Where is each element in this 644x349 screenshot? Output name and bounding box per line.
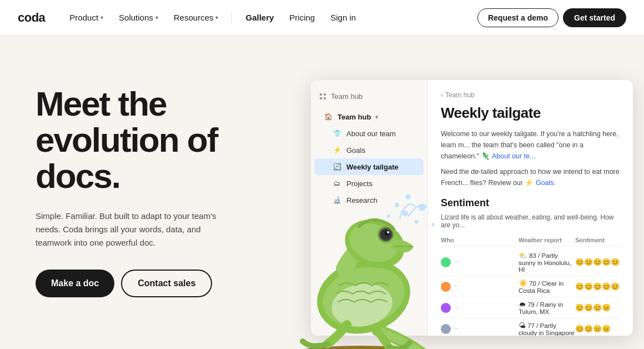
nav-divider	[232, 11, 232, 24]
table-row: ~ 🌤 77 / Partly cloudy in Singapore 😊😊😐😐	[441, 318, 620, 336]
hero-right: Team hub 🏠 Team hub ▾ 👕 About our team ⚡…	[278, 80, 644, 349]
research-icon: 🔬	[332, 195, 342, 205]
about-icon: 👕	[332, 128, 342, 138]
sidebar-item-label: Goals	[346, 146, 365, 154]
sidebar-workspace-label: Team hub	[331, 92, 363, 101]
projects-icon: 🗂	[332, 178, 342, 188]
who-cell: ~	[441, 324, 519, 334]
col-weather: Weather report	[519, 237, 575, 243]
sidebar-item-label: About our team	[346, 129, 396, 138]
contact-sales-button[interactable]: Contact sales	[121, 270, 212, 297]
sidebar-item-label: Research	[346, 196, 378, 205]
chevron-down-icon: ▾	[155, 14, 158, 21]
chevron-down-icon: ▾	[100, 14, 103, 21]
who-cell: ~	[441, 303, 519, 313]
tailgate-icon: 🔄	[332, 162, 342, 172]
expand-icon: ~	[454, 283, 457, 290]
sidebar-item-about[interactable]: 👕 About our team	[314, 125, 424, 142]
avatar	[441, 324, 451, 334]
breadcrumb: ‹ Team hub	[441, 91, 620, 99]
sidebar-item-goals[interactable]: ⚡ Goals	[314, 142, 424, 158]
make-doc-button[interactable]: Make a doc	[36, 270, 114, 297]
expand-icon: ~	[454, 259, 457, 265]
sidebar-item-label: Projects	[346, 180, 373, 188]
table-header: Who Weather report Sentiment	[441, 235, 620, 246]
who-cell: ~	[441, 282, 519, 292]
sidebar-item-research[interactable]: 🔬 Research	[314, 192, 424, 208]
sidebar-item-teamhub[interactable]: 🏠 Team hub ▾	[314, 108, 424, 125]
chevron-down-icon: ▾	[375, 114, 378, 120]
about-link[interactable]: About our te...	[492, 152, 536, 160]
expand-icon: ~	[454, 326, 457, 332]
sidebar-item-projects[interactable]: 🗂 Projects	[314, 175, 424, 192]
sentiment-title: Sentiment	[441, 197, 620, 209]
table-row: ~ ☀️ 70 / Clear in Costa Rica 😊😊😊😊😊	[441, 276, 620, 297]
goals-icon: ⚡	[332, 145, 342, 155]
nav-links: Product ▾ Solutions ▾ Resources ▾ Galler…	[63, 9, 473, 26]
col-who: Who	[441, 237, 519, 243]
avatar	[441, 257, 451, 267]
get-started-button[interactable]: Get started	[563, 8, 626, 27]
sidebar-item-label: Team hub	[338, 113, 371, 121]
app-content: ‹ Team hub Weekly tailgate Welcome to ou…	[427, 80, 633, 336]
grid-icon	[320, 93, 326, 100]
hero-buttons: Make a doc Contact sales	[36, 270, 269, 297]
avatar	[441, 303, 451, 313]
nav-pricing[interactable]: Pricing	[283, 9, 321, 26]
content-desc-2: Need the de-tailed approach to how we in…	[441, 166, 620, 188]
expand-icon: ~	[454, 305, 457, 311]
teamhub-icon: 🏠	[323, 112, 333, 122]
app-sidebar: Team hub 🏠 Team hub ▾ 👕 About our team ⚡…	[311, 80, 427, 336]
app-panel: Team hub 🏠 Team hub ▾ 👕 About our team ⚡…	[311, 80, 633, 336]
content-title: Weekly tailgate	[441, 104, 620, 122]
request-demo-button[interactable]: Request a demo	[477, 8, 559, 27]
who-cell: ~	[441, 257, 519, 267]
breadcrumb-arrow-icon: ‹	[441, 91, 443, 99]
goals-link[interactable]: Goals.	[536, 179, 556, 187]
hero-left: Meet the evolution of docs. Simple. Fami…	[36, 69, 269, 297]
hero-title: Meet the evolution of docs.	[36, 86, 269, 194]
logo[interactable]: coda	[18, 11, 45, 25]
nav-solutions[interactable]: Solutions ▾	[112, 9, 165, 26]
hero-subtitle: Simple. Familiar. But built to adapt to …	[36, 210, 235, 250]
nav-product[interactable]: Product ▾	[63, 9, 110, 26]
sidebar-header: Team hub	[311, 89, 427, 104]
svg-point-0	[278, 346, 444, 349]
sidebar-item-label: Weekly tailgate	[346, 163, 399, 171]
sentiment-desc: Lizard life is all about weather, eating…	[441, 213, 620, 229]
sidebar-item-weekly-tailgate[interactable]: 🔄 Weekly tailgate	[314, 158, 424, 175]
col-sentiment: Sentiment	[575, 237, 620, 243]
chevron-down-icon: ▾	[215, 14, 218, 21]
nav-gallery[interactable]: Gallery	[239, 9, 280, 26]
table-row: ~ 🌧 79 / Rainy in Tulum, MX 😊😊😊😐	[441, 297, 620, 318]
table-row: ~ ⛅ 83 / Partly sunny in Honolulu, HI 😊😊…	[441, 248, 620, 276]
hero-section: Meet the evolution of docs. Simple. Fami…	[0, 36, 644, 349]
navbar: coda Product ▾ Solutions ▾ Resources ▾ G…	[0, 0, 644, 36]
content-desc-1: Welcome to our weekly tailgate. If you'r…	[441, 128, 620, 162]
nav-resources[interactable]: Resources ▾	[167, 9, 225, 26]
avatar	[441, 282, 451, 292]
nav-signin[interactable]: Sign in	[324, 9, 363, 26]
sentiment-table: Who Weather report Sentiment ~ ⛅ 83 / Pa…	[441, 235, 620, 336]
